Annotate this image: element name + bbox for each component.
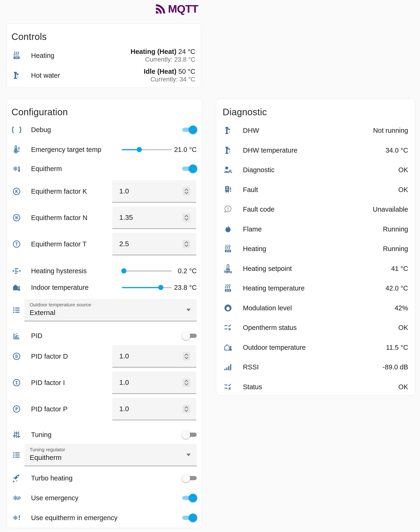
svg-text:{ }: { } bbox=[12, 126, 21, 133]
number-stepper[interactable] bbox=[183, 405, 190, 413]
config-row-label: Indoor temperature bbox=[31, 284, 89, 291]
number-stepper[interactable] bbox=[183, 378, 190, 387]
list-status-icon bbox=[223, 323, 233, 332]
configuration-card-title: Configuration bbox=[11, 107, 68, 117]
svg-text:❄: ❄ bbox=[13, 494, 18, 502]
water-pump-icon bbox=[12, 71, 21, 80]
svg-text:❄: ❄ bbox=[13, 165, 18, 173]
svg-text:K: K bbox=[15, 189, 18, 194]
svg-text:T: T bbox=[15, 241, 18, 247]
diagnostic-row-value: 11.5 °C bbox=[386, 344, 408, 351]
toggle-use-emergency[interactable] bbox=[182, 494, 197, 502]
number-input-value: 2.5 bbox=[119, 233, 129, 255]
number-stepper[interactable] bbox=[183, 352, 190, 360]
number-stepper[interactable] bbox=[183, 240, 190, 248]
mqtt-logo-icon bbox=[155, 3, 167, 15]
list-status-icon bbox=[223, 382, 233, 392]
climate-state[interactable]: Heating (Heat) 24 °CCurrently: 23.8 °C bbox=[131, 48, 195, 63]
config-row-label: Debug bbox=[31, 126, 51, 134]
toggle-debug[interactable] bbox=[182, 126, 197, 134]
climate-mode-text: Heating (Heat) bbox=[131, 48, 177, 55]
toggle-tuning[interactable] bbox=[182, 430, 197, 439]
home-thermometer-icon bbox=[12, 283, 21, 292]
diagnostic-row-label: DHW bbox=[243, 127, 259, 134]
number-input-pid-factor-d[interactable]: 1.0 bbox=[112, 345, 196, 368]
number-input-pid-factor-i[interactable]: 1.0 bbox=[112, 371, 196, 394]
slider-emergency-target-temp[interactable] bbox=[122, 145, 172, 154]
toggle-turbo-heating[interactable] bbox=[182, 474, 197, 482]
diagnostic-row-label: Outdoor temperature bbox=[243, 344, 306, 351]
number-input-value: 1.0 bbox=[119, 345, 129, 367]
svg-text:❄: ❄ bbox=[13, 514, 18, 522]
number-input-equitherm-factor-n[interactable]: 1.35 bbox=[112, 207, 196, 229]
toggle-thumb bbox=[189, 494, 197, 502]
diagnostic-row-label: Flame bbox=[243, 225, 262, 233]
thermometer-alert-icon bbox=[12, 145, 21, 154]
number-stepper[interactable] bbox=[183, 187, 190, 195]
diagnostic-row-value: 42% bbox=[395, 304, 408, 312]
diagnostic-row-label: Fault bbox=[243, 186, 258, 194]
account-wrench-icon bbox=[223, 165, 233, 175]
config-row-label: PID factor D bbox=[31, 353, 68, 360]
toggle-use-equitherm-in-emergency[interactable] bbox=[182, 514, 197, 522]
number-stepper[interactable] bbox=[183, 213, 190, 222]
alpha-d-circle-icon: D bbox=[12, 352, 21, 361]
configuration-card: Configuration { }Debug Emergency target … bbox=[7, 99, 202, 528]
svg-text:N: N bbox=[15, 215, 18, 220]
config-row-label: Equitherm factor N bbox=[31, 214, 88, 222]
radiator-icon bbox=[223, 244, 233, 253]
diagnostic-row-label: Modulation level bbox=[243, 304, 292, 312]
slider-knob[interactable] bbox=[158, 285, 163, 290]
diagnostic-row-value: Running bbox=[383, 225, 408, 233]
svg-text:P: P bbox=[15, 406, 18, 412]
config-row-label: Tuning bbox=[31, 431, 52, 439]
climate-state-line: Idle (Heat) 50 °C bbox=[144, 67, 195, 75]
snowflake-thermometer-icon: ❄ bbox=[12, 164, 21, 173]
slider-fill bbox=[122, 287, 161, 288]
number-input-pid-factor-p[interactable]: 1.0 bbox=[112, 398, 196, 420]
fire-circle-icon bbox=[223, 303, 233, 313]
toggle-equitherm[interactable] bbox=[182, 164, 197, 173]
slider-knob[interactable] bbox=[137, 147, 142, 152]
code-braces-icon: { } bbox=[12, 125, 21, 134]
dropdown-arrow-icon bbox=[186, 454, 191, 456]
slider-value: 0.2 °C bbox=[171, 267, 197, 275]
signal-icon bbox=[223, 362, 233, 372]
diagnostic-row-value: -89.0 dB bbox=[382, 363, 408, 371]
config-row-label: Use equitherm in emergency bbox=[31, 514, 118, 522]
slider-heating-hysteresis[interactable] bbox=[122, 267, 172, 275]
number-input-value: 1.35 bbox=[119, 207, 133, 228]
slider-knob[interactable] bbox=[121, 268, 126, 273]
select-value: External bbox=[30, 309, 55, 317]
toggle-pid[interactable] bbox=[182, 332, 197, 340]
diagnostic-row-label: Heating setpoint bbox=[243, 265, 292, 273]
config-row-label: PID factor P bbox=[31, 405, 67, 413]
slider-indoor-temperature[interactable] bbox=[122, 283, 172, 292]
config-row-label: PID bbox=[31, 332, 42, 340]
number-input-value: 1.0 bbox=[119, 180, 129, 202]
climate-state[interactable]: Idle (Heat) 50 °CCurrently: 34 °C bbox=[144, 67, 195, 83]
toggle-thumb bbox=[182, 474, 190, 482]
number-input-equitherm-factor-k[interactable]: 1.0 bbox=[112, 180, 196, 203]
rocket-icon bbox=[12, 473, 21, 483]
chart-icon bbox=[12, 331, 21, 340]
config-row-label: Use emergency bbox=[31, 494, 78, 502]
select-outdoor-temperature-source[interactable]: Outdoor temperature sourceExternal bbox=[25, 299, 197, 321]
alpha-n-circle-icon: N bbox=[12, 213, 21, 222]
toggle-thumb bbox=[189, 164, 197, 173]
alpha-i-circle-icon: I bbox=[12, 378, 21, 387]
climate-target-temp: 24 °C bbox=[176, 48, 195, 55]
controls-card: Controls HeatingHeating (Heat) 24 °CCurr… bbox=[7, 23, 201, 88]
boiler-alert-icon bbox=[223, 185, 233, 194]
diagnostic-row-label: Status bbox=[243, 383, 262, 391]
select-tuning-regulator[interactable]: Tuning regulatorEquitherm bbox=[25, 444, 197, 466]
climate-current-temp: Currently: 34 °C bbox=[144, 75, 195, 83]
number-input-equitherm-factor-t[interactable]: 2.5 bbox=[112, 233, 196, 255]
config-row-label: Equitherm bbox=[31, 165, 62, 173]
climate-current-temp: Currently: 23.8 °C bbox=[131, 56, 195, 63]
climate-mode-text: Idle (Heat) bbox=[144, 68, 176, 75]
snowflake-wrench-icon: ❄ bbox=[12, 493, 21, 502]
list-bulleted-icon bbox=[12, 450, 21, 460]
message-alert-icon bbox=[223, 205, 233, 214]
diagnostic-row-value: Not running bbox=[373, 127, 408, 134]
